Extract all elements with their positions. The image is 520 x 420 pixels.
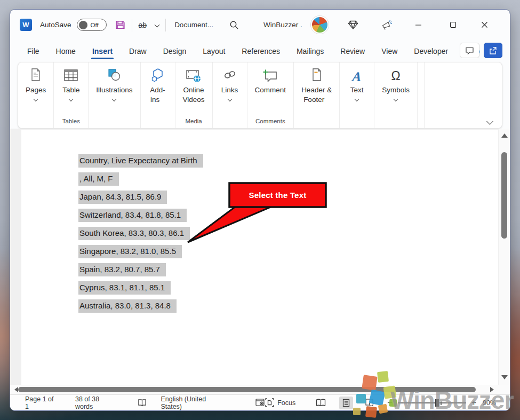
chevron-down-icon: [326, 97, 330, 100]
online-videos-button[interactable]: Online Videos: [179, 67, 209, 116]
tab-design[interactable]: Design: [162, 45, 188, 58]
tab-mailings[interactable]: Mailings: [295, 45, 325, 58]
doc-line[interactable]: Australia, 83.0, 81.3, 84.8: [78, 299, 203, 318]
autosave-state: Off: [91, 22, 99, 28]
vertical-scrollbar[interactable]: [499, 129, 510, 385]
text-button[interactable]: A Text: [343, 67, 371, 116]
horizontal-scrollbar-thumb[interactable]: [18, 387, 476, 392]
word-window: W AutoSave Off ab Document... WinBuzzer …: [10, 9, 510, 411]
zoom-out-button[interactable]: −: [387, 398, 392, 408]
status-bar: Page 1 of 1 38 of 38 words English (Unit…: [10, 394, 510, 410]
share-button[interactable]: [484, 43, 502, 58]
tab-layout[interactable]: Layout: [202, 45, 226, 58]
symbols-icon: Ω: [391, 67, 400, 85]
table-button[interactable]: Table: [57, 67, 85, 116]
share-icon: [489, 46, 498, 55]
chevron-down-icon: [112, 97, 116, 101]
vertical-scrollbar-thumb[interactable]: [501, 152, 507, 239]
chevron-down-icon: [394, 97, 398, 101]
tab-view[interactable]: View: [380, 45, 398, 58]
account-name[interactable]: WinBuzzer .: [263, 21, 302, 29]
scroll-right-arrow-icon[interactable]: [490, 387, 494, 392]
focus-icon: [265, 398, 274, 407]
autosave-toggle[interactable]: Off: [77, 19, 107, 31]
chevron-down-icon[interactable]: [155, 22, 160, 28]
document-area: Country, Live Expectancy at Birth , All,…: [10, 129, 510, 385]
search-icon[interactable]: [229, 20, 239, 30]
proofing-icon[interactable]: [138, 398, 147, 407]
scroll-up-arrow-icon[interactable]: [501, 133, 508, 138]
group-label-tables: Tables: [62, 116, 80, 126]
tab-home[interactable]: Home: [55, 45, 77, 58]
minimize-button[interactable]: [415, 21, 422, 28]
document-title[interactable]: Document...: [174, 21, 213, 29]
horizontal-scrollbar[interactable]: [10, 385, 510, 394]
tab-file[interactable]: File: [26, 45, 41, 58]
focus-button[interactable]: Focus: [265, 398, 295, 407]
ribbon-group-links: Links: [213, 62, 247, 128]
autosave-label: AutoSave: [40, 21, 71, 29]
comment-button[interactable]: Comment: [251, 67, 291, 116]
print-layout-button[interactable]: [339, 397, 353, 409]
page-indicator[interactable]: Page 1 of 1: [25, 395, 58, 410]
account-avatar[interactable]: [311, 16, 329, 34]
web-layout-icon: [365, 399, 374, 407]
online-videos-icon: [185, 67, 202, 85]
doc-line[interactable]: Spain, 83.2, 80.7, 85.7: [78, 263, 203, 281]
symbols-button[interactable]: Ω Symbols: [378, 67, 414, 116]
comment-plus-icon: [261, 67, 279, 85]
tab-references[interactable]: References: [241, 45, 281, 58]
links-icon: [222, 67, 237, 85]
add-ins-button[interactable]: Add- ins: [144, 67, 172, 116]
zoom-slider-thumb[interactable]: [435, 399, 439, 407]
chevron-down-icon: [227, 97, 231, 101]
tab-review[interactable]: Review: [339, 45, 366, 58]
zoom-percentage[interactable]: 90%: [483, 399, 496, 407]
macro-record-icon[interactable]: [255, 399, 265, 407]
feedback-megaphone-icon[interactable]: [381, 19, 393, 30]
ribbon-collapse-icon[interactable]: [486, 118, 493, 125]
doc-line[interactable]: Cyprus, 83.1, 81.1, 85.1: [78, 281, 203, 299]
document-page[interactable]: Country, Live Expectancy at Birth , All,…: [21, 130, 498, 385]
tab-developer[interactable]: Developer: [413, 45, 449, 58]
pages-button[interactable]: Pages: [21, 67, 50, 116]
close-button[interactable]: [481, 21, 488, 28]
comments-button[interactable]: [460, 43, 479, 58]
chevron-down-icon: [162, 97, 165, 100]
zoom-slider[interactable]: [398, 402, 466, 403]
header-footer-icon: [310, 67, 324, 85]
scroll-down-arrow-icon[interactable]: [501, 375, 508, 379]
callout-text: Select the Text: [229, 183, 326, 207]
zoom-midpoint-tick: [441, 401, 442, 405]
read-mode-button[interactable]: [314, 397, 327, 409]
ribbon-group-pages: Pages: [18, 62, 54, 128]
word-count[interactable]: 38 of 38 words: [75, 395, 117, 410]
zoom-in-button[interactable]: +: [471, 398, 476, 408]
group-label-media: Media: [185, 116, 202, 126]
ribbon-tab-row: File Home Insert Draw Design Layout Refe…: [10, 40, 510, 62]
text-icon: A: [353, 67, 362, 85]
doc-line[interactable]: Country, Live Expectancy at Birth: [78, 154, 203, 172]
ribbon-group-text: A Text: [340, 62, 374, 128]
links-button[interactable]: Links: [216, 67, 244, 116]
web-layout-button[interactable]: [363, 397, 377, 409]
read-mode-icon: [316, 399, 326, 407]
premium-diamond-icon[interactable]: [348, 20, 358, 30]
toggle-knob-icon: [79, 21, 87, 29]
strikethrough-icon[interactable]: ab: [139, 21, 147, 29]
illustrations-button[interactable]: Illustrations: [92, 67, 137, 116]
tab-draw[interactable]: Draw: [128, 45, 148, 58]
tab-insert[interactable]: Insert: [91, 45, 114, 58]
add-ins-icon: [150, 67, 166, 85]
ribbon-group-add-ins: Add- ins: [141, 62, 175, 128]
header-footer-button[interactable]: Header & Footer: [297, 67, 336, 116]
maximize-button[interactable]: [450, 21, 457, 28]
chevron-down-icon: [34, 97, 38, 101]
print-layout-icon: [342, 399, 350, 407]
title-bar: W AutoSave Off ab Document... WinBuzzer …: [10, 10, 510, 40]
scroll-left-arrow-icon[interactable]: [14, 387, 18, 392]
divider: [165, 19, 166, 31]
save-icon[interactable]: [115, 20, 125, 30]
illustrations-icon: [107, 67, 122, 85]
language-indicator[interactable]: English (United States): [161, 395, 227, 410]
